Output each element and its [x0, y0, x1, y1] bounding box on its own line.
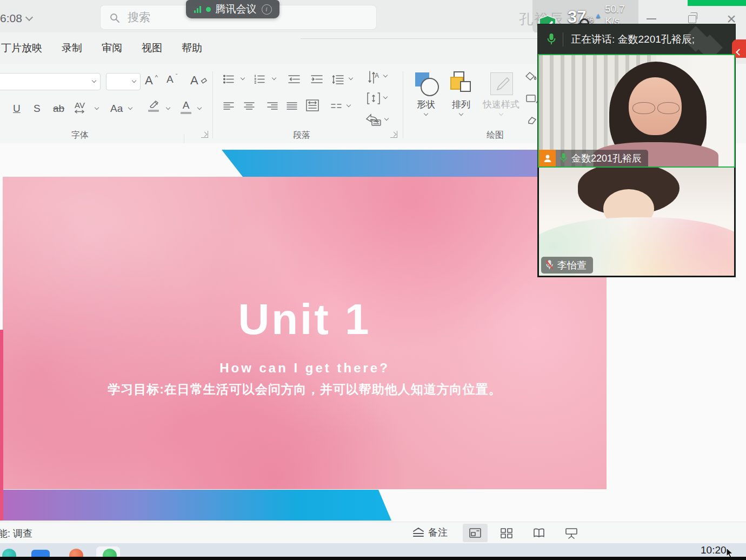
line-spacing-dropdown-icon[interactable]: [349, 76, 353, 80]
participant-1-name: 金数2201孔裕辰: [571, 152, 642, 165]
menu-item-view[interactable]: 视图: [142, 41, 162, 55]
bullets-dropdown-icon[interactable]: [241, 76, 245, 80]
text-direction-button[interactable]: A: [367, 70, 381, 84]
slide-learning-goal[interactable]: 学习目标:在日常生活可以会问方向，并可以帮助他人知道方向位置。: [3, 381, 607, 398]
mic-muted-icon: [545, 259, 554, 271]
font-color-dropdown-icon[interactable]: [197, 105, 202, 110]
smartart-dropdown-icon[interactable]: [384, 116, 389, 121]
case-dropdown-icon[interactable]: [128, 105, 132, 110]
decrease-font-button[interactable]: Aˇ: [166, 74, 177, 85]
arrange-button[interactable]: 排列: [444, 68, 478, 120]
align-text-button[interactable]: [367, 92, 381, 105]
system-time[interactable]: 6:08: [0, 12, 32, 25]
underline-button[interactable]: U: [13, 103, 21, 115]
align-text-dropdown-icon[interactable]: [383, 95, 388, 99]
align-right-button[interactable]: [267, 102, 278, 110]
menu-item-record[interactable]: 录制: [62, 41, 82, 55]
increase-indent-icon: [311, 75, 323, 84]
font-dialog-launcher[interactable]: [201, 131, 208, 138]
slide-title[interactable]: Unit 1: [3, 295, 607, 344]
taskbar-clock[interactable]: 10:20: [701, 544, 727, 556]
align-right-icon: [267, 102, 278, 110]
align-center-button[interactable]: [244, 102, 255, 110]
clear-format-button[interactable]: A: [190, 74, 207, 88]
align-text-icon: [367, 92, 381, 105]
slide-sorter-icon: [500, 528, 513, 538]
reading-view-button[interactable]: [527, 524, 551, 542]
menu-item-review[interactable]: 审阅: [102, 41, 122, 55]
shape-fill-button[interactable]: [525, 71, 538, 81]
decor-pink-strip: [0, 330, 3, 521]
slide-sorter-button[interactable]: [494, 524, 519, 542]
screen-share-green-bar: [688, 0, 746, 6]
normal-view-button[interactable]: [463, 524, 488, 542]
participant-video-1[interactable]: 金数2201孔裕辰: [538, 54, 735, 168]
info-icon[interactable]: i: [262, 4, 272, 15]
effects-icon: [525, 116, 538, 125]
shapes-icon: [414, 71, 438, 95]
upload-speed: 50.7 K/s: [605, 3, 641, 27]
participant-2-label: 李怡萱: [541, 257, 593, 274]
meeting-floating-pill[interactable]: 腾讯会议 i: [186, 0, 279, 18]
justify-button[interactable]: [287, 102, 297, 110]
bullets-button[interactable]: [223, 75, 234, 84]
menu-bar: 丁片放映 录制 审阅 视图 帮助: [0, 32, 539, 64]
minimize-icon: [647, 18, 656, 19]
numbering-button[interactable]: [254, 75, 265, 84]
smartart-button[interactable]: [365, 114, 382, 126]
numbering-dropdown-icon[interactable]: [272, 76, 276, 80]
text-direction-dropdown-icon[interactable]: [383, 73, 388, 77]
highlight-color-button[interactable]: [148, 99, 161, 112]
header-divider: [563, 32, 563, 46]
slide-canvas[interactable]: Unit 1 How can I get there? 学习目标:在日常生活可以…: [3, 177, 607, 489]
slide-subtitle[interactable]: How can I get there?: [3, 361, 607, 376]
fill-icon: [525, 71, 538, 81]
host-badge-icon: [539, 150, 556, 166]
status-left-text: 能: 调查: [0, 527, 32, 540]
arrange-icon: [449, 71, 473, 95]
notes-button[interactable]: 备注: [412, 526, 448, 539]
change-case-button[interactable]: Aa: [110, 103, 123, 115]
columns-dropdown-icon[interactable]: [347, 103, 351, 107]
slideshow-button[interactable]: [559, 524, 584, 542]
line-spacing-icon: [332, 75, 344, 84]
shape-outline-button[interactable]: [525, 94, 538, 104]
os-taskbar: 10:20: [0, 543, 746, 557]
align-left-icon: [223, 102, 234, 110]
menu-item-slideshow[interactable]: 丁片放映: [1, 41, 42, 55]
strikethrough-button[interactable]: ab: [53, 103, 64, 115]
screen: 6:08 腾讯会议 i 孔裕辰 37% ▲: [0, 0, 746, 560]
chevron-down-icon: [25, 14, 33, 21]
upload-arrow-icon: ▲: [595, 11, 602, 19]
columns-icon: [331, 103, 342, 110]
distribute-button[interactable]: [306, 99, 319, 111]
line-spacing-button[interactable]: [332, 75, 344, 84]
decrease-indent-button[interactable]: [288, 75, 300, 84]
participant-video-2[interactable]: 李怡萱: [538, 168, 735, 277]
time-text: 6:08: [0, 12, 22, 25]
quick-styles-button[interactable]: 快速样式: [480, 68, 522, 120]
highlighter-icon: [148, 99, 161, 109]
paragraph-dialog-launcher[interactable]: [390, 131, 397, 138]
columns-button[interactable]: [331, 103, 342, 110]
decor-gradient-bottom: [0, 490, 391, 521]
align-left-button[interactable]: [223, 102, 234, 110]
menu-item-help[interactable]: 帮助: [182, 41, 202, 55]
font-name-combobox[interactable]: [0, 73, 101, 90]
font-group-label: 字体: [64, 130, 96, 141]
highlight-color-bar: [148, 110, 159, 112]
highlight-dropdown-icon[interactable]: [166, 105, 170, 110]
shadow-button[interactable]: S: [34, 103, 41, 115]
shape-effects-button[interactable]: [525, 116, 538, 125]
increase-indent-button[interactable]: [311, 75, 323, 84]
shapes-button[interactable]: 形状: [409, 68, 443, 120]
bullet-list-icon: [223, 75, 234, 84]
character-spacing-button[interactable]: AV: [75, 101, 85, 114]
font-color-button[interactable]: A: [181, 99, 191, 114]
normal-view-icon: [469, 528, 482, 538]
svg-text:A: A: [375, 72, 379, 79]
spacing-dropdown-icon[interactable]: [95, 105, 99, 110]
text-direction-icon: A: [367, 70, 381, 84]
font-size-combobox[interactable]: [106, 73, 141, 90]
increase-font-button[interactable]: A^: [145, 74, 158, 88]
